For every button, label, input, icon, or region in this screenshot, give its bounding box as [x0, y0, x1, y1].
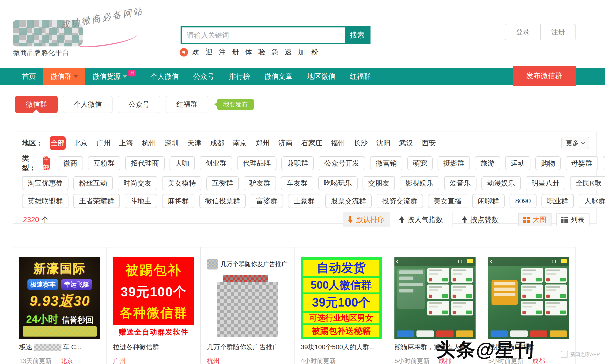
card-city-link[interactable]: 北京 — [61, 357, 73, 364]
type-pill[interactable]: 英雄联盟群 — [22, 194, 68, 208]
region-link[interactable]: 上海 — [119, 138, 133, 148]
type-pill[interactable]: 萌宠 — [407, 156, 433, 170]
type-pill[interactable]: 美女直播 — [428, 194, 467, 208]
type-pill[interactable]: 美女模特 — [162, 176, 201, 190]
type-pill[interactable]: 母婴群 — [566, 156, 598, 170]
region-link[interactable]: 深圳 — [165, 138, 179, 148]
group-card[interactable]: 被踢包补39元100个各种微信群赠送全自动群发软件拉进各种微信群广州 — [106, 247, 201, 364]
region-link[interactable]: 广州 — [96, 138, 110, 148]
group-card[interactable]: 几万个群随你发广告推广几万个群随你发广告推广杭州 — [200, 247, 295, 364]
type-pill[interactable]: 8090 — [510, 194, 537, 208]
tab-item[interactable]: 个人微信 — [63, 96, 113, 113]
tab-active[interactable]: 微信群 — [15, 96, 58, 113]
nav-item[interactable]: 公众号 — [186, 68, 221, 85]
type-pill[interactable]: 职业群 — [541, 194, 574, 208]
nav-item[interactable]: 个人微信 — [143, 68, 186, 85]
type-pill[interactable]: 土豪群 — [288, 194, 320, 208]
register-button[interactable]: 注册 — [540, 24, 576, 40]
type-pill[interactable]: 股票交流群 — [325, 194, 372, 208]
nav-item[interactable]: 首页 — [14, 68, 43, 85]
type-pill[interactable]: 爱音乐 — [444, 176, 476, 190]
type-pill[interactable]: 微信投票群 — [199, 194, 246, 208]
card-title[interactable]: 拉进各种微信群 — [113, 343, 194, 351]
type-pill[interactable]: 招代理商 — [125, 156, 165, 170]
type-pill[interactable]: 富婆群 — [251, 194, 283, 208]
type-pill[interactable]: 麻将群 — [162, 194, 194, 208]
tab-item[interactable]: 红福群 — [166, 96, 208, 113]
type-pill[interactable]: 影视娱乐 — [400, 176, 439, 190]
type-pill[interactable]: 明星八卦 — [526, 176, 565, 190]
region-link[interactable]: 武汉 — [399, 138, 413, 148]
type-pill[interactable]: 摄影群 — [438, 156, 470, 170]
card-title[interactable]: 39块100个500人的大群... — [301, 343, 382, 351]
type-pill[interactable]: 旅游 — [475, 156, 500, 170]
type-pill[interactable]: 大咖 — [169, 156, 195, 170]
type-pill[interactable]: 粉丝互动 — [73, 176, 113, 190]
region-link[interactable]: 南京 — [233, 138, 247, 148]
type-pill[interactable]: 人脉群 — [579, 194, 605, 208]
type-pill[interactable]: 交朋友 — [362, 176, 395, 190]
region-link[interactable]: 杭州 — [142, 138, 156, 148]
card-meta: 杭州 — [207, 357, 288, 364]
search-button[interactable]: 搜索 — [345, 27, 369, 43]
region-link[interactable]: 沈阳 — [376, 138, 390, 148]
view-grid-button[interactable]: 大图 — [518, 213, 552, 226]
region-link[interactable]: 石家庄 — [301, 138, 322, 148]
type-pill[interactable]: 全民K歌 — [570, 176, 605, 190]
type-pill[interactable]: 动漫娱乐 — [481, 176, 521, 190]
type-pill[interactable]: 公众号开发 — [319, 156, 365, 170]
type-all-badge[interactable]: 全部 — [43, 156, 50, 170]
type-pill[interactable]: 汽车 — [603, 156, 605, 170]
type-pill[interactable]: 驴友群 — [244, 176, 276, 190]
type-pill[interactable]: 互赞群 — [206, 176, 239, 190]
type-pill[interactable]: 斗地主 — [125, 194, 157, 208]
region-all-badge[interactable]: 全部 — [50, 136, 66, 150]
nav-item[interactable]: 微信文章 — [257, 68, 300, 85]
region-link[interactable]: 天津 — [187, 138, 201, 148]
nav-item[interactable]: 微信货源H — [85, 68, 143, 85]
type-pill[interactable]: 运动 — [505, 156, 530, 170]
type-pill[interactable]: 王者荣耀群 — [73, 194, 120, 208]
type-pill[interactable]: 微商 — [58, 156, 83, 170]
login-button[interactable]: 登录 — [505, 24, 540, 40]
region-link[interactable]: 郑州 — [256, 138, 270, 148]
group-card[interactable]: 新濠国际极速赛车幸运飞艇9.93返3024小时信誉秒回极速车 C...13天前更… — [13, 247, 107, 364]
type-pill[interactable]: 车友群 — [281, 176, 313, 190]
region-link[interactable]: 成都 — [210, 138, 224, 148]
card-city-link[interactable]: 杭州 — [207, 357, 219, 364]
region-link[interactable]: 北京 — [74, 138, 88, 148]
nav-item[interactable]: 地区微信 — [300, 68, 342, 85]
region-link[interactable]: 西安 — [422, 138, 436, 148]
type-pill[interactable]: 闲聊群 — [472, 194, 505, 208]
region-link[interactable]: 长沙 — [354, 138, 368, 148]
type-pill[interactable]: 吃喝玩乐 — [318, 176, 358, 190]
want-publish-button[interactable]: 我要发布 — [217, 99, 254, 110]
card-title[interactable]: 几万个群随你发广告推广 — [207, 343, 288, 351]
sort-popularity-button[interactable]: 按人气指数 — [389, 212, 452, 227]
view-list-label: 列表 — [571, 215, 584, 224]
type-pill[interactable]: 代理品牌 — [237, 156, 276, 170]
nav-item[interactable]: 微信群 — [43, 68, 85, 85]
more-regions-button[interactable]: 更多 — [561, 137, 589, 149]
card-city-link[interactable]: 广州 — [113, 357, 126, 364]
card-title[interactable]: 极速车 C... — [19, 343, 100, 351]
type-pill[interactable]: 时尚交友 — [118, 176, 157, 190]
nav-item[interactable]: 排行榜 — [221, 68, 257, 85]
type-pill[interactable]: 互粉群 — [88, 156, 120, 170]
sort-default-button[interactable]: 默认排序 — [343, 212, 389, 227]
tab-item[interactable]: 公众号 — [118, 96, 160, 113]
type-pill[interactable]: 创业群 — [200, 156, 232, 170]
region-link[interactable]: 济南 — [278, 138, 292, 148]
type-pill[interactable]: 微营销 — [370, 156, 402, 170]
type-pill[interactable]: 购物 — [535, 156, 561, 170]
search-input[interactable] — [182, 27, 345, 43]
type-pill[interactable]: 兼职群 — [281, 156, 314, 170]
region-link[interactable]: 福州 — [331, 138, 345, 148]
type-pill[interactable]: 投资交流群 — [377, 194, 423, 208]
sort-likes-button[interactable]: 按点赞数 — [452, 212, 508, 227]
group-card[interactable]: 自动发货500人微信群39元100个可选行业地区男女被踢包补送秘籍39块100个… — [294, 247, 388, 364]
type-pill[interactable]: 淘宝优惠券 — [22, 176, 68, 190]
view-list-button[interactable]: 列表 — [556, 213, 590, 226]
nav-item[interactable]: 红福群 — [342, 68, 378, 85]
publish-group-button[interactable]: 发布微信群 — [513, 66, 576, 86]
